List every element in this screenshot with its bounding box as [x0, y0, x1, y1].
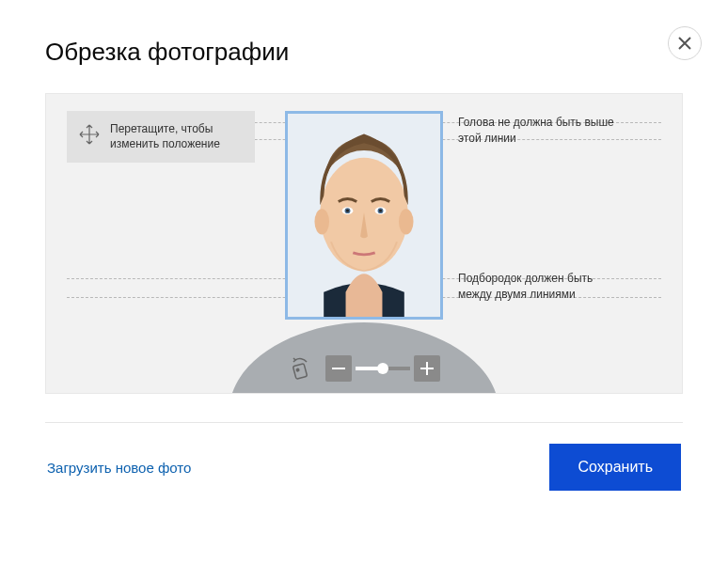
close-button[interactable]	[668, 26, 702, 60]
zoom-in-button[interactable]	[414, 355, 440, 382]
zoom-slider[interactable]	[356, 367, 410, 370]
svg-point-9	[379, 210, 382, 212]
crop-frame[interactable]	[285, 111, 443, 320]
zoom-controls	[288, 355, 440, 382]
svg-rect-10	[293, 364, 307, 380]
svg-point-11	[295, 368, 300, 372]
modal-footer: Загрузить новое фото Сохранить	[45, 444, 683, 491]
slider-handle[interactable]	[377, 363, 388, 374]
crop-modal: Обрезка фотографии Перетащите, чтобы изм…	[0, 0, 728, 519]
save-button[interactable]: Сохранить	[549, 444, 681, 491]
drag-hint-text: Перетащите, чтобы изменить положение	[110, 122, 240, 151]
rotate-icon	[288, 356, 312, 381]
photo-editor: Перетащите, чтобы изменить положение Гол…	[45, 93, 683, 394]
zoom-slider-group	[325, 355, 440, 382]
modal-title: Обрезка фотографии	[45, 38, 683, 67]
close-icon	[678, 37, 691, 50]
head-guide-text: Голова не должна быть выше этой линии	[458, 115, 627, 147]
svg-point-2	[314, 209, 329, 234]
move-arrows-icon	[78, 123, 101, 150]
svg-point-3	[399, 209, 414, 234]
svg-point-8	[346, 210, 349, 212]
drag-hint-box: Перетащите, чтобы изменить положение	[67, 111, 255, 163]
minus-icon	[332, 368, 345, 369]
photo-preview	[288, 114, 440, 317]
zoom-out-button[interactable]	[325, 355, 352, 382]
rotate-button[interactable]	[288, 356, 312, 381]
upload-new-link[interactable]: Загрузить новое фото	[47, 460, 191, 476]
divider	[45, 422, 683, 423]
